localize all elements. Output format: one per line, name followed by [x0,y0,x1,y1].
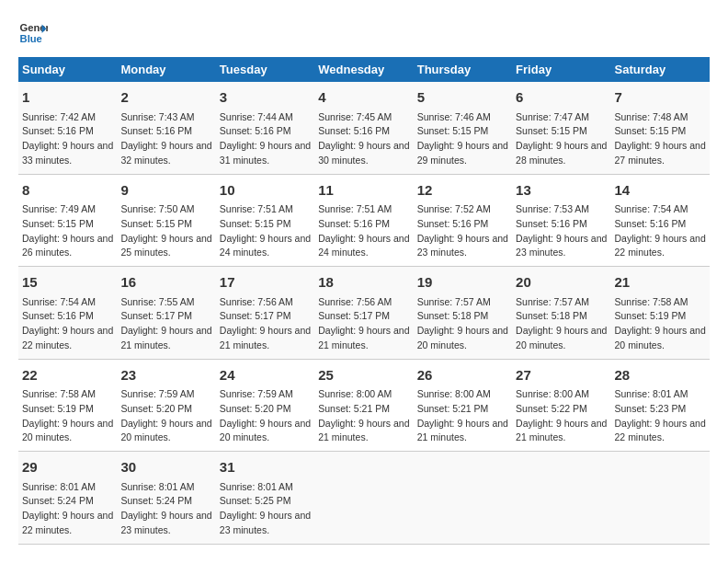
day-number: 10 [220,180,311,201]
calendar-cell [414,452,512,545]
day-number: 30 [120,457,211,478]
calendar-cell: 12Sunrise: 7:52 AMSunset: 5:16 PMDayligh… [414,174,512,267]
calendar-cell: 27Sunrise: 8:00 AMSunset: 5:22 PMDayligh… [512,359,610,452]
calendar-cell: 10Sunrise: 7:51 AMSunset: 5:15 PMDayligh… [216,174,314,267]
day-number: 7 [615,87,706,109]
page-header: General Blue [18,18,710,48]
week-row: 29Sunrise: 8:01 AMSunset: 5:24 PMDayligh… [18,452,710,545]
logo-icon: General Blue [18,18,48,48]
day-number: 4 [318,87,409,109]
day-info: Sunrise: 7:48 AMSunset: 5:15 PMDaylight:… [615,110,706,168]
day-info: Sunrise: 7:49 AMSunset: 5:15 PMDaylight:… [22,202,113,260]
day-number: 18 [318,272,409,293]
calendar-cell: 1Sunrise: 7:42 AMSunset: 5:16 PMDaylight… [18,82,117,174]
calendar-cell: 31Sunrise: 8:01 AMSunset: 5:25 PMDayligh… [216,452,314,545]
svg-text:Blue: Blue [20,33,42,44]
day-info: Sunrise: 7:47 AMSunset: 5:15 PMDaylight:… [516,110,607,168]
day-number: 19 [417,272,508,293]
calendar-cell: 25Sunrise: 8:00 AMSunset: 5:21 PMDayligh… [314,359,413,452]
calendar-cell: 17Sunrise: 7:56 AMSunset: 5:17 PMDayligh… [216,267,314,360]
day-number: 15 [22,272,113,293]
day-info: Sunrise: 7:56 AMSunset: 5:17 PMDaylight:… [220,295,311,353]
day-number: 16 [120,272,211,293]
day-number: 25 [318,365,409,386]
day-number: 22 [22,365,113,386]
calendar-body: 1Sunrise: 7:42 AMSunset: 5:16 PMDaylight… [18,82,710,544]
week-row: 1Sunrise: 7:42 AMSunset: 5:16 PMDaylight… [18,82,710,174]
calendar-cell: 29Sunrise: 8:01 AMSunset: 5:24 PMDayligh… [18,452,117,545]
day-info: Sunrise: 7:58 AMSunset: 5:19 PMDaylight:… [22,387,113,445]
calendar-header: SundayMondayTuesdayWednesdayThursdayFrid… [18,57,710,82]
col-header-wednesday: Wednesday [314,57,413,82]
day-number: 5 [417,87,508,109]
day-info: Sunrise: 8:00 AMSunset: 5:21 PMDaylight:… [318,387,409,445]
logo: General Blue [18,18,48,48]
calendar-cell: 6Sunrise: 7:47 AMSunset: 5:15 PMDaylight… [512,82,610,174]
day-info: Sunrise: 7:52 AMSunset: 5:16 PMDaylight:… [417,202,508,260]
calendar-cell: 13Sunrise: 7:53 AMSunset: 5:16 PMDayligh… [512,174,610,267]
calendar-cell: 2Sunrise: 7:43 AMSunset: 5:16 PMDaylight… [117,82,215,174]
day-info: Sunrise: 7:59 AMSunset: 5:20 PMDaylight:… [120,387,211,445]
day-info: Sunrise: 8:00 AMSunset: 5:22 PMDaylight:… [516,387,607,445]
day-number: 20 [516,272,607,293]
day-info: Sunrise: 7:57 AMSunset: 5:18 PMDaylight:… [516,295,607,353]
day-info: Sunrise: 7:50 AMSunset: 5:15 PMDaylight:… [120,202,211,260]
calendar-cell: 23Sunrise: 7:59 AMSunset: 5:20 PMDayligh… [117,359,215,452]
day-info: Sunrise: 7:54 AMSunset: 5:16 PMDaylight:… [615,202,706,260]
day-info: Sunrise: 7:55 AMSunset: 5:17 PMDaylight:… [120,295,211,353]
calendar-cell: 7Sunrise: 7:48 AMSunset: 5:15 PMDaylight… [611,82,710,174]
calendar-cell: 5Sunrise: 7:46 AMSunset: 5:15 PMDaylight… [414,82,512,174]
calendar-cell: 4Sunrise: 7:45 AMSunset: 5:16 PMDaylight… [314,82,413,174]
calendar-cell: 20Sunrise: 7:57 AMSunset: 5:18 PMDayligh… [512,267,610,360]
calendar-cell [512,452,610,545]
day-number: 24 [220,365,311,386]
day-number: 31 [220,457,311,478]
day-number: 2 [120,87,211,109]
calendar-cell: 11Sunrise: 7:51 AMSunset: 5:16 PMDayligh… [314,174,413,267]
day-info: Sunrise: 7:45 AMSunset: 5:16 PMDaylight:… [318,110,409,168]
day-info: Sunrise: 7:51 AMSunset: 5:16 PMDaylight:… [318,202,409,260]
day-number: 29 [22,457,113,478]
calendar-cell [611,452,710,545]
col-header-friday: Friday [512,57,610,82]
day-info: Sunrise: 8:01 AMSunset: 5:24 PMDaylight:… [22,480,113,538]
day-number: 8 [22,180,113,201]
calendar-cell: 18Sunrise: 7:56 AMSunset: 5:17 PMDayligh… [314,267,413,360]
calendar-cell: 8Sunrise: 7:49 AMSunset: 5:15 PMDaylight… [18,174,117,267]
day-info: Sunrise: 7:51 AMSunset: 5:15 PMDaylight:… [220,202,311,260]
col-header-sunday: Sunday [18,57,117,82]
day-number: 14 [615,180,706,201]
week-row: 8Sunrise: 7:49 AMSunset: 5:15 PMDaylight… [18,174,710,267]
day-info: Sunrise: 8:01 AMSunset: 5:25 PMDaylight:… [220,480,311,538]
calendar-cell: 14Sunrise: 7:54 AMSunset: 5:16 PMDayligh… [611,174,710,267]
calendar-cell: 22Sunrise: 7:58 AMSunset: 5:19 PMDayligh… [18,359,117,452]
day-info: Sunrise: 7:46 AMSunset: 5:15 PMDaylight:… [417,110,508,168]
day-info: Sunrise: 7:53 AMSunset: 5:16 PMDaylight:… [516,202,607,260]
col-header-monday: Monday [117,57,215,82]
day-number: 27 [516,365,607,386]
day-number: 11 [318,180,409,201]
day-number: 3 [220,87,311,109]
day-info: Sunrise: 7:59 AMSunset: 5:20 PMDaylight:… [220,387,311,445]
day-number: 1 [22,87,113,109]
calendar-cell: 26Sunrise: 8:00 AMSunset: 5:21 PMDayligh… [414,359,512,452]
col-header-tuesday: Tuesday [216,57,314,82]
week-row: 15Sunrise: 7:54 AMSunset: 5:16 PMDayligh… [18,267,710,360]
day-info: Sunrise: 7:58 AMSunset: 5:19 PMDaylight:… [615,295,706,353]
day-info: Sunrise: 7:44 AMSunset: 5:16 PMDaylight:… [220,110,311,168]
day-number: 12 [417,180,508,201]
day-number: 6 [516,87,607,109]
calendar-cell: 3Sunrise: 7:44 AMSunset: 5:16 PMDaylight… [216,82,314,174]
day-info: Sunrise: 7:57 AMSunset: 5:18 PMDaylight:… [417,295,508,353]
day-number: 23 [120,365,211,386]
day-info: Sunrise: 7:43 AMSunset: 5:16 PMDaylight:… [120,110,211,168]
day-number: 13 [516,180,607,201]
calendar-cell: 21Sunrise: 7:58 AMSunset: 5:19 PMDayligh… [611,267,710,360]
calendar-cell: 30Sunrise: 8:01 AMSunset: 5:24 PMDayligh… [117,452,215,545]
week-row: 22Sunrise: 7:58 AMSunset: 5:19 PMDayligh… [18,359,710,452]
day-number: 21 [615,272,706,293]
day-info: Sunrise: 7:42 AMSunset: 5:16 PMDaylight:… [22,110,113,168]
col-header-thursday: Thursday [414,57,512,82]
calendar-cell: 24Sunrise: 7:59 AMSunset: 5:20 PMDayligh… [216,359,314,452]
day-number: 17 [220,272,311,293]
